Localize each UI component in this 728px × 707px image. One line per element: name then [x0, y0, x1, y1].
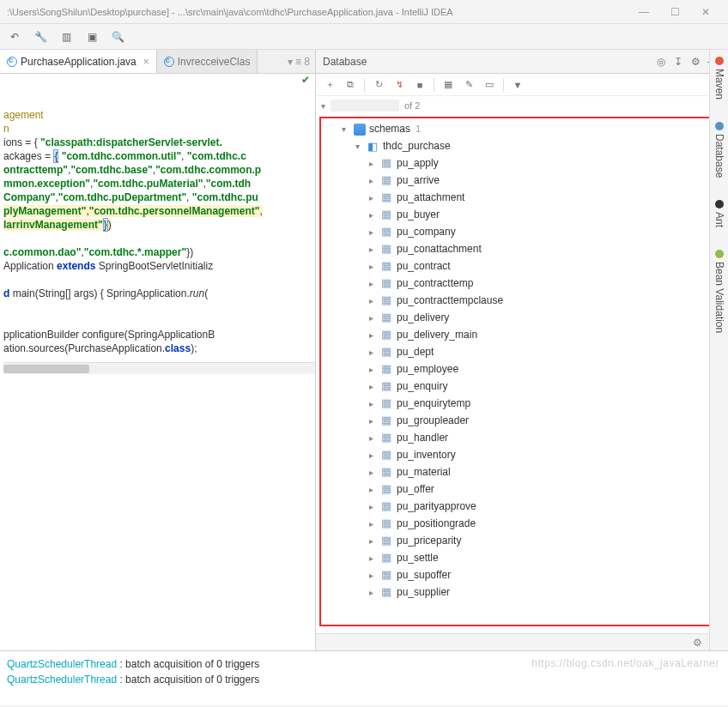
search-icon[interactable]: 🔍	[110, 29, 125, 45]
table-name: pu_inventory	[397, 449, 456, 461]
layout-icon[interactable]: ▣	[84, 29, 100, 45]
ant-tab[interactable]: Ant	[713, 196, 725, 231]
table-name: pu_employee	[397, 363, 458, 375]
table-node[interactable]: ▸pu_enquirytemp	[321, 395, 719, 412]
table-node[interactable]: ▸pu_company	[321, 223, 719, 240]
collapse-icon[interactable]: ↧	[670, 53, 687, 70]
right-toolwindow-bar: Maven Database Ant Bean Validation	[709, 50, 728, 650]
table-node[interactable]: ▸pu_dept	[321, 343, 719, 360]
table-node[interactable]: ▸pu_material	[321, 463, 719, 480]
folders-icon[interactable]: ▥	[58, 29, 74, 45]
tab-purchase-application[interactable]: PurchaseApplication.java ×	[0, 50, 157, 73]
chevron-right-icon: ▸	[369, 519, 378, 529]
console-icon[interactable]: ▭	[482, 78, 496, 92]
table-icon	[381, 208, 393, 221]
table-name: pu_supoffer	[397, 569, 451, 581]
database-tree[interactable]: ▾ schemas 1 ▾ thdc_purchase ▸pu_apply▸pu…	[321, 118, 719, 602]
close-tab-icon[interactable]: ×	[143, 56, 149, 68]
table-node[interactable]: ▸pu_attachment	[321, 189, 719, 206]
database-tab[interactable]: Database	[713, 118, 725, 181]
schema-name: thdc_purchase	[383, 140, 451, 152]
table-node[interactable]: ▸pu_contracttemp	[321, 275, 719, 292]
table-view-icon[interactable]: ▦	[441, 78, 455, 92]
chevron-down-icon: ▾	[342, 124, 350, 134]
wrench-icon[interactable]: 🔧	[33, 29, 48, 45]
schemas-label: schemas	[369, 123, 410, 135]
table-node[interactable]: ▸pu_positiongrade	[321, 515, 719, 532]
tab-label: PurchaseApplication.java	[21, 56, 136, 68]
table-name: pu_material	[397, 466, 451, 478]
add-datasource-icon[interactable]: ＋	[323, 78, 337, 92]
chevron-right-icon: ▸	[369, 245, 378, 254]
gear-icon[interactable]: ⚙	[687, 53, 704, 70]
table-node[interactable]: ▸pu_supplier	[321, 583, 719, 601]
table-node[interactable]: ▸pu_groupleader	[321, 412, 719, 429]
edit-icon[interactable]: ✎	[462, 78, 476, 92]
maximize-button[interactable]: ☐	[659, 0, 690, 23]
close-button[interactable]: ✕	[690, 0, 721, 23]
table-node[interactable]: ▸pu_delivery	[321, 309, 719, 326]
duplicate-icon[interactable]: ⧉	[343, 78, 357, 92]
table-node[interactable]: ▸pu_employee	[321, 360, 719, 378]
tab-overflow[interactable]: ▾ ≡ 8	[258, 56, 315, 68]
maven-tab[interactable]: Maven	[713, 53, 725, 103]
titlebar: :\Users\SongShilun\Desktop\purchase] - .…	[0, 0, 728, 24]
panel-footer: ⚙ —	[316, 633, 728, 650]
table-node[interactable]: ▸pu_apply	[321, 154, 719, 172]
schemas-count: 1	[416, 124, 421, 134]
filter-icon[interactable]: ▼	[511, 78, 525, 92]
table-node[interactable]: ▸pu_handler	[321, 429, 719, 446]
table-icon	[381, 363, 393, 375]
table-icon	[381, 569, 393, 581]
table-node[interactable]: ▸pu_conattachment	[321, 240, 719, 257]
target-icon[interactable]: ◎	[652, 53, 670, 70]
chevron-right-icon: ▸	[369, 262, 378, 271]
table-icon	[381, 535, 393, 547]
database-panel-header: Database ◎ ↧ ⚙ —	[316, 50, 728, 74]
chevron-right-icon: ▸	[369, 347, 378, 357]
scrollbar-thumb[interactable]	[3, 365, 89, 373]
editor-tabs: PurchaseApplication.java × InvrecceiveCl…	[0, 50, 315, 74]
stop-icon[interactable]: ↯	[392, 78, 406, 92]
table-name: pu_attachment	[397, 191, 464, 203]
window-title: :\Users\SongShilun\Desktop\purchase] - .…	[7, 7, 628, 17]
cancel-icon[interactable]: ■	[413, 78, 427, 92]
chevron-right-icon: ▸	[369, 399, 378, 408]
settings-icon[interactable]: ⚙	[693, 637, 702, 649]
table-node[interactable]: ▸pu_supoffer	[321, 566, 719, 583]
table-node[interactable]: ▸pu_arrive	[321, 172, 719, 189]
table-node[interactable]: ▸pu_contract	[321, 257, 719, 275]
table-name: pu_handler	[397, 432, 448, 444]
chevron-down-icon: ▾	[321, 101, 325, 111]
code-editor[interactable]: agement n ions = { "classpath:dispatcher…	[0, 88, 315, 650]
table-node[interactable]: ▸pu_parityapprove	[321, 498, 719, 515]
bean-icon	[715, 250, 724, 258]
table-node[interactable]: ▸pu_delivery_main	[321, 326, 719, 343]
table-icon	[381, 311, 393, 323]
table-node[interactable]: ▸pu_inventory	[321, 446, 719, 463]
refresh-icon[interactable]: ↻	[372, 78, 385, 92]
schemas-node[interactable]: ▾ schemas 1	[321, 120, 719, 137]
undo-icon[interactable]: ↶	[7, 29, 22, 45]
table-name: pu_dept	[397, 346, 434, 358]
chevron-right-icon: ▸	[369, 485, 378, 494]
main-toolbar: ↶ 🔧 ▥ ▣ 🔍	[0, 24, 728, 50]
table-node[interactable]: ▸pu_enquiry	[321, 378, 719, 395]
schema-highlight-box: ▾ schemas 1 ▾ thdc_purchase ▸pu_apply▸pu…	[319, 117, 721, 626]
minimize-button[interactable]: —	[628, 0, 659, 23]
datasource-row[interactable]: ▾ of 2	[316, 96, 728, 115]
table-node[interactable]: ▸pu_priceparity	[321, 532, 719, 549]
tab-invrecceive[interactable]: InvrecceiveClas	[157, 50, 258, 73]
table-node[interactable]: ▸pu_contracttempclause	[321, 292, 719, 309]
chevron-right-icon: ▸	[369, 502, 378, 511]
table-icon	[381, 346, 393, 358]
table-name: pu_buyer	[397, 208, 440, 221]
table-node[interactable]: ▸pu_offer	[321, 480, 719, 498]
panel-title: Database	[323, 56, 652, 68]
analysis-ok-icon: ✔	[301, 74, 310, 88]
bean-validation-tab[interactable]: Bean Validation	[713, 246, 725, 336]
table-node[interactable]: ▸pu_buyer	[321, 206, 719, 223]
schema-node[interactable]: ▾ thdc_purchase	[321, 137, 719, 154]
table-node[interactable]: ▸pu_settle	[321, 549, 719, 566]
horizontal-scrollbar[interactable]	[3, 362, 315, 374]
